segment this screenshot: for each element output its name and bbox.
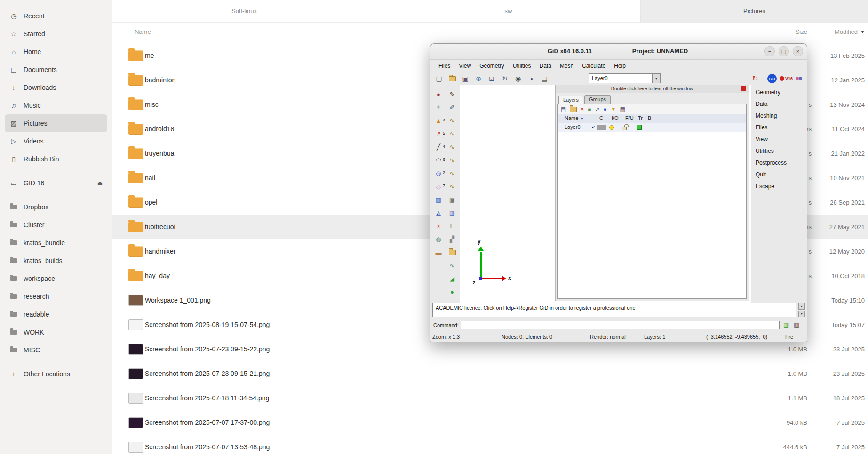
divisions-6-icon[interactable]: 6∿ xyxy=(446,153,458,167)
gid-logo-icon[interactable]: GiD xyxy=(767,74,777,83)
sidebar-item-other-locations[interactable]: +Other Locations xyxy=(5,365,107,383)
transfer-table-icon[interactable]: ▦ xyxy=(620,106,625,112)
menu-view[interactable]: View xyxy=(454,63,475,69)
snapshot-icon[interactable]: ◉ xyxy=(512,73,524,84)
column-header-name[interactable]: Name xyxy=(135,28,151,35)
column-header-modified[interactable]: Modified ▼ xyxy=(835,28,865,35)
file-row[interactable]: Screenshot from 2025-07-07 13-53-48.png4… xyxy=(112,435,868,454)
new-layer-icon[interactable]: ▤ xyxy=(561,106,566,112)
zoom-in-icon[interactable]: ⊕ xyxy=(473,73,484,84)
surface-tool-icon[interactable]: ▥ xyxy=(432,193,445,206)
pencil-tool-icon[interactable]: ✎ xyxy=(446,88,458,101)
layer-column-i-o[interactable]: I/O xyxy=(612,115,619,121)
divisions-3-icon[interactable]: 3∿ xyxy=(446,114,458,127)
menu-mesh[interactable]: Mesh xyxy=(556,63,578,69)
right-menu-meshing[interactable]: Meshing xyxy=(751,110,807,122)
divisions-4-icon[interactable]: 4∿ xyxy=(446,140,458,153)
layer-column-b[interactable]: B xyxy=(648,115,651,121)
right-menu-geometry[interactable]: Geometry xyxy=(751,87,807,98)
grid-green-icon[interactable]: ▦ xyxy=(783,321,789,328)
tear-off-strip[interactable]: Double click here to tear off the window xyxy=(556,85,749,93)
right-menu-escape[interactable]: Escape xyxy=(751,181,807,192)
right-menu-data[interactable]: Data xyxy=(751,98,807,110)
file-row[interactable]: Screenshot from 2025-07-18 11-34-54.png1… xyxy=(112,386,868,411)
sidebar-item-kratos-bundle[interactable]: kratos_bundle xyxy=(5,234,107,252)
close-button[interactable]: × xyxy=(793,46,803,56)
tab-soft-linux[interactable]: Soft-linux xyxy=(112,0,376,22)
layer-column-name[interactable]: Name▼ xyxy=(565,115,584,121)
material-tool-icon[interactable]: ▬ xyxy=(432,246,445,259)
right-menu-quit[interactable]: Quit xyxy=(751,169,807,181)
menu-files[interactable]: Files xyxy=(434,63,454,69)
menu-calculate[interactable]: Calculate xyxy=(578,63,610,69)
sidebar-item-gid-16[interactable]: ▭GID 16⏏ xyxy=(5,174,107,192)
column-header-size[interactable]: Size xyxy=(796,28,807,35)
sidebar-item-cluster[interactable]: Cluster xyxy=(5,216,107,234)
menu-utilities[interactable]: Utilities xyxy=(509,63,535,69)
sphere-select-icon[interactable]: ● xyxy=(432,88,445,101)
mesh-tool-icon[interactable]: ▞ xyxy=(446,232,458,246)
back-chip-icon[interactable] xyxy=(637,125,642,130)
folder-tool-icon[interactable] xyxy=(446,246,458,259)
tab-layers[interactable]: Layers xyxy=(558,96,583,105)
zoom-tool-icon[interactable]: ⌖ xyxy=(432,101,445,114)
maximize-button[interactable]: ▢ xyxy=(779,46,789,56)
tear-red-icon[interactable] xyxy=(741,86,746,91)
zoom-frame-icon[interactable]: ⊡ xyxy=(486,73,497,84)
divisions-2-icon[interactable]: 2∿ xyxy=(446,167,458,180)
sidebar-item-pictures[interactable]: ▨Pictures xyxy=(5,114,107,132)
layer-color-swatch[interactable] xyxy=(597,125,606,130)
color-entities-icon[interactable]: ● xyxy=(603,106,606,112)
layer-column-f-u[interactable]: F/U xyxy=(625,115,634,121)
tab-groups[interactable]: Groups xyxy=(584,95,611,104)
sidebar-item-kratos-builds[interactable]: kratos_builds xyxy=(5,252,107,270)
right-menu-view[interactable]: View xyxy=(751,134,807,145)
right-menu-files[interactable]: Files xyxy=(751,122,807,134)
layer-row[interactable]: Layer0✓ xyxy=(558,123,746,132)
chevron-down-icon[interactable]: ▼ xyxy=(652,74,660,83)
eject-icon[interactable]: ⏏ xyxy=(97,180,103,186)
file-row[interactable]: Screenshot from 2025-07-23 09-15-21.png1… xyxy=(112,362,868,386)
open-folder-icon[interactable] xyxy=(446,73,458,84)
edit-dimensions-icon[interactable]: ✐ xyxy=(446,101,458,114)
delete-tool-icon[interactable]: × xyxy=(432,219,445,232)
tab-sw[interactable]: sw xyxy=(376,0,641,22)
filter-icon[interactable]: ▼ xyxy=(611,106,616,112)
layers-toolbar-icon[interactable]: ▤ xyxy=(539,73,550,84)
grid-plus-icon[interactable]: ▦ xyxy=(794,321,799,328)
command-input[interactable] xyxy=(461,321,780,329)
save-icon[interactable]: ▣ xyxy=(460,73,471,84)
minimize-button[interactable]: − xyxy=(764,46,775,56)
scroll-down-icon[interactable]: ▼ xyxy=(798,311,805,317)
menu-help[interactable]: Help xyxy=(610,63,630,69)
layers-stack-icon[interactable]: ≡ xyxy=(588,106,591,112)
gid-titlebar[interactable]: GiD x64 16.0.11 Project: UNNAMED −▢× xyxy=(430,44,807,60)
new-file-icon[interactable]: ▢ xyxy=(433,73,445,84)
layer-select[interactable]: Layer0 ▼ xyxy=(589,73,661,83)
right-menu-utilities[interactable]: Utilities xyxy=(751,145,807,157)
entities-list-icon[interactable]: E xyxy=(446,219,458,232)
send-to-layer-icon[interactable]: ↗ xyxy=(595,106,599,112)
right-menu-postprocess[interactable]: Postprocess xyxy=(751,157,807,169)
users-icon[interactable] xyxy=(796,77,803,80)
grid-tool-icon[interactable]: ▦ xyxy=(446,206,458,219)
sync-arrows-icon[interactable]: ↻ xyxy=(749,73,761,84)
sphere-tool-icon[interactable]: ◍ xyxy=(432,232,445,246)
scroll-up-icon[interactable]: ▲ xyxy=(798,303,805,310)
sidebar-item-readable[interactable]: readable xyxy=(5,305,107,323)
delete-layer-icon[interactable]: × xyxy=(581,106,584,112)
sidebar-item-downloads[interactable]: ↓Downloads xyxy=(5,79,107,96)
visibility-bulb-icon[interactable] xyxy=(609,125,614,130)
layer-column-tr[interactable]: Tr xyxy=(638,115,643,121)
gid-canvas-area[interactable]: ●⌖▲↗╱◠◎◇▥◭×◍▬ ✎✐3∿5∿4∿6∿2∿7∿▣▦E▞∿◢● y x … xyxy=(430,85,807,303)
layer-column-c[interactable]: C xyxy=(599,115,603,121)
sidebar-item-rubbish-bin[interactable]: ▯Rubbish Bin xyxy=(5,150,107,168)
green-sphere-icon[interactable]: ● xyxy=(446,285,458,298)
gid-window[interactable]: GiD x64 16.0.11 Project: UNNAMED −▢× Fil… xyxy=(430,43,807,342)
tab-pictures[interactable]: Pictures xyxy=(641,0,868,22)
sidebar-item-misc[interactable]: MISC xyxy=(5,341,107,359)
sidebar-item-dropbox[interactable]: Dropbox xyxy=(5,198,107,216)
new-layer-folder-icon[interactable] xyxy=(570,107,577,112)
divisions-5-icon[interactable]: 5∿ xyxy=(446,127,458,140)
copy-tool-icon[interactable]: ▣ xyxy=(446,193,458,206)
